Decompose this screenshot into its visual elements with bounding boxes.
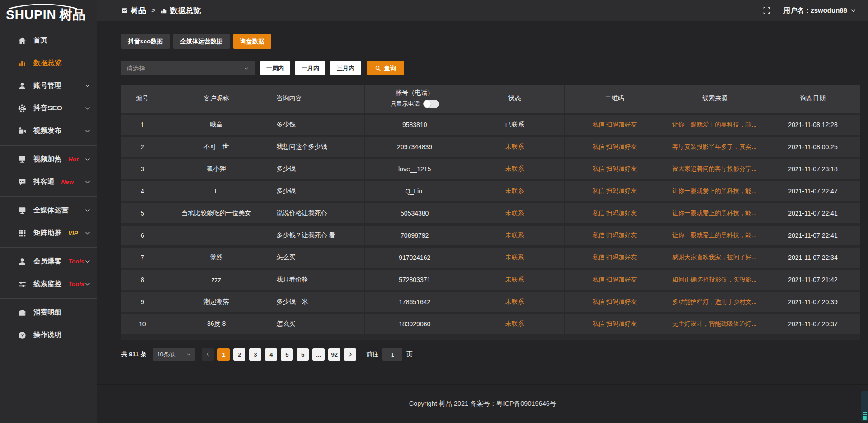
cell-status: 未联系 <box>465 248 564 268</box>
chevron-down-icon <box>85 156 90 162</box>
footer: Copyright 树品 2021 备案号：粤ICP备09019646号 <box>97 384 868 423</box>
chart-small-icon <box>160 7 167 14</box>
page-button-92[interactable]: 92 <box>328 348 340 361</box>
cell-date: 2021-11-08 00:25 <box>765 137 860 157</box>
fullscreen-icon[interactable] <box>763 6 771 14</box>
sidebar-item-home[interactable]: 首页 <box>0 29 97 52</box>
phone-only-toggle[interactable] <box>423 100 439 108</box>
grid-icon <box>18 229 26 237</box>
cell-qrcode[interactable]: 私信 扫码加好友 <box>565 292 665 312</box>
sidebar-item-omni-media[interactable]: 全媒体运营 <box>0 199 97 222</box>
page-button-1[interactable]: 1 <box>217 348 230 361</box>
sidebar-divider <box>0 298 97 299</box>
cell-source[interactable]: 客厅安装投影半年多了，真实... <box>665 137 765 157</box>
range-button-0[interactable]: 一周内 <box>260 61 290 75</box>
cell-qrcode[interactable]: 私信 扫码加好友 <box>565 248 665 268</box>
username-label: 用户名：zswodun88 <box>783 6 847 15</box>
sidebar-item-account-management[interactable]: 账号管理 <box>0 75 97 97</box>
corner-widget[interactable] <box>861 391 868 421</box>
cell-qrcode[interactable]: 私信 扫码加好友 <box>565 159 665 179</box>
app-logo[interactable]: SHUPIN 树品 <box>0 0 97 23</box>
user-menu[interactable]: 用户名：zswodun88 <box>783 6 856 15</box>
cell-qrcode[interactable]: 私信 扫码加好友 <box>565 137 665 157</box>
cell-source[interactable]: 让你一眼就爱上的黑科技，能... <box>665 203 765 223</box>
page-size-select[interactable]: 10条/页 <box>153 348 195 361</box>
table-row: 9潮起潮落多少钱一米178651642未联系私信 扫码加好友多功能护栏灯，适用于… <box>121 292 860 312</box>
cell-content: 怎么买 <box>269 314 364 334</box>
sidebar-item-data-overview[interactable]: 数据总览 <box>0 52 97 75</box>
chart-icon <box>18 59 26 67</box>
cell-qrcode[interactable]: 私信 扫码加好友 <box>565 203 665 223</box>
breadcrumb-separator: > <box>151 7 155 14</box>
cell-source[interactable]: 被大家追着问的客厅投影分享... <box>665 159 765 179</box>
sidebar-item-operation-guide[interactable]: ?操作说明 <box>0 324 97 347</box>
copyright-text: Copyright 树品 2021 备案号：粤ICP备09019646号 <box>409 400 557 407</box>
table-row: 7觉然怎么买917024162未联系私信 扫码加好友感谢大家喜欢我家，被问了好.… <box>121 248 860 268</box>
cell-qrcode[interactable]: 私信 扫码加好友 <box>565 181 665 201</box>
page-button-3[interactable]: 3 <box>249 348 261 361</box>
monitor-icon <box>18 207 26 215</box>
page-button-6[interactable]: 6 <box>297 348 309 361</box>
cell-account: 917024162 <box>365 248 465 268</box>
cell-date: 2021-11-07 22:41 <box>765 226 860 245</box>
tab-1[interactable]: 全媒体运营数据 <box>173 34 230 49</box>
question-icon: ? <box>18 331 26 339</box>
cell-source[interactable]: 感谢大家喜欢我家，被问了好... <box>665 248 765 268</box>
table-row: 4L多少钱Q_Liu.未联系私信 扫码加好友让你一眼就爱上的黑科技，能...20… <box>121 181 860 201</box>
sidebar-item-matrix-boost[interactable]: 矩阵助推VIP <box>0 222 97 244</box>
range-button-2[interactable]: 三月内 <box>330 61 361 75</box>
breadcrumb: 树品 > 数据总览 <box>121 5 201 16</box>
svg-text:?: ? <box>21 333 24 338</box>
filter-select[interactable]: 请选择 <box>121 61 255 75</box>
cell-source[interactable]: 让你一眼就爱上的黑科技，能... <box>665 226 765 245</box>
corner-widget-bar <box>863 416 867 418</box>
sidebar-item-consumption-detail[interactable]: 消费明细 <box>0 301 97 324</box>
cell-source[interactable]: 如何正确选择投影仪，买投影... <box>665 270 765 290</box>
chevron-down-icon <box>186 352 191 357</box>
corner-widget-bar <box>863 418 867 420</box>
page-buttons: 123456...92 <box>202 348 356 361</box>
breadcrumb-home[interactable]: 树品 <box>121 5 146 16</box>
cell-account: 572803371 <box>365 270 465 290</box>
cell-source[interactable]: 让你一眼就爱上的黑科技，能... <box>665 181 765 201</box>
next-page-button[interactable] <box>344 348 356 361</box>
cell-qrcode[interactable]: 私信 扫码加好友 <box>565 226 665 245</box>
sidebar-item-video-heat[interactable]: 视频加热Hot <box>0 148 97 171</box>
cell-account: 2097344839 <box>365 137 465 157</box>
sidebar: SHUPIN 树品 首页数据总览账号管理抖音SEO视频发布视频加热Hot抖客通N… <box>0 0 97 423</box>
table-row: 3狐小狸多少钱love__1215未联系私信 扫码加好友被大家追着问的客厅投影分… <box>121 159 860 179</box>
wallet-icon <box>18 309 26 317</box>
search-button[interactable]: 查询 <box>367 61 404 75</box>
cell-qrcode[interactable]: 私信 扫码加好友 <box>565 115 665 135</box>
cell-source[interactable]: 让你一眼就爱上的黑科技，能... <box>665 115 765 135</box>
table-row: 1哦章多少钱9583810已联系私信 扫码加好友让你一眼就爱上的黑科技，能...… <box>121 115 860 135</box>
page-ellipsis[interactable]: ... <box>312 348 325 361</box>
sidebar-item-douyin-seo[interactable]: 抖音SEO <box>0 97 97 120</box>
cell-qrcode[interactable]: 私信 扫码加好友 <box>565 270 665 290</box>
column-header: 状态 <box>465 85 564 113</box>
sidebar-item-douketong[interactable]: 抖客通New <box>0 171 97 193</box>
cell-qrcode[interactable]: 私信 扫码加好友 <box>565 314 665 334</box>
page-button-5[interactable]: 5 <box>281 348 293 361</box>
cell-source[interactable]: 无主灯设计，智能磁吸轨道灯... <box>665 314 765 334</box>
sidebar-item-member-baoke[interactable]: 会员爆客Tools <box>0 250 97 273</box>
page-button-2[interactable]: 2 <box>233 348 245 361</box>
chevron-down-icon <box>85 105 90 111</box>
sidebar-item-video-publish[interactable]: 视频发布 <box>0 120 97 142</box>
page-button-4[interactable]: 4 <box>265 348 277 361</box>
table-row: 6多少钱？让我死心 看70898792未联系私信 扫码加好友让你一眼就爱上的黑科… <box>121 226 860 245</box>
tab-2[interactable]: 询盘数据 <box>233 34 271 49</box>
goto-page-input[interactable] <box>382 348 402 361</box>
breadcrumb-current[interactable]: 数据总览 <box>160 5 201 16</box>
sidebar-divider <box>0 196 97 197</box>
prev-page-button[interactable] <box>202 348 214 361</box>
search-icon <box>375 65 381 71</box>
cell-source[interactable]: 多功能护栏灯，适用于乡村文... <box>665 292 765 312</box>
cell-status: 未联系 <box>465 181 564 201</box>
range-button-1[interactable]: 一月内 <box>295 61 326 75</box>
cell-no: 6 <box>121 226 164 245</box>
filter-bar: 请选择 一周内一月内三月内 查询 <box>121 61 860 75</box>
sidebar-item-clue-monitor[interactable]: 线索监控Tools <box>0 273 97 296</box>
data-tabs: 抖音seo数据全媒体运营数据询盘数据 <box>121 34 860 49</box>
tab-0[interactable]: 抖音seo数据 <box>121 34 170 49</box>
